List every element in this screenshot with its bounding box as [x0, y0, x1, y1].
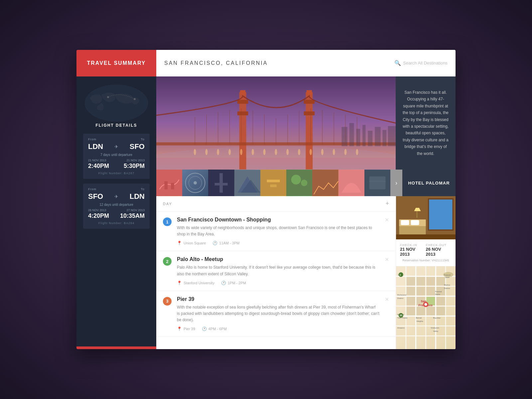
- flight-card-1: From To LDN ✈ SFO 7 days until departure…: [83, 134, 150, 179]
- search-area[interactable]: 🔍 Search All Destinations: [394, 60, 448, 66]
- clock-icon-2: 🕐: [221, 281, 226, 285]
- activity-location-1: 📍 Union Square: [177, 241, 206, 245]
- svg-text:District: District: [435, 293, 440, 295]
- svg-text:Island: Island: [445, 276, 449, 278]
- thumbnail-1[interactable]: [156, 170, 182, 196]
- next-arrow-icon: ›: [395, 180, 397, 187]
- clock-icon-1: 🕐: [212, 241, 217, 245]
- depart-date-2: 26 NOV 2013: [88, 208, 106, 212]
- thumbnail-8[interactable]: [338, 170, 364, 196]
- svg-point-36: [252, 149, 254, 155]
- hotel-label: HOTEL PALOMAR: [408, 181, 450, 186]
- svg-text:Valley: Valley: [433, 330, 438, 332]
- activity-close-2[interactable]: ✕: [385, 256, 389, 285]
- svg-point-43: [333, 149, 335, 155]
- location-icon-3: 📍: [177, 327, 182, 331]
- thumbnails-next-button[interactable]: ›: [390, 170, 402, 196]
- svg-point-35: [240, 149, 242, 155]
- activity-close-3[interactable]: ✕: [385, 296, 389, 332]
- activity-meta-3: 📍 Pier 39 🕐 4PM - 6PM: [177, 327, 379, 331]
- depart-time-1: 2:40PM: [88, 163, 109, 170]
- from-label-1: From: [88, 138, 96, 141]
- thumbnail-3[interactable]: [208, 170, 234, 196]
- svg-rect-100: [407, 277, 415, 286]
- hotel-label-box: HOTEL PALOMAR: [402, 170, 456, 196]
- svg-rect-47: [349, 123, 354, 146]
- svg-rect-114: [436, 307, 445, 316]
- thumbnail-5[interactable]: [260, 170, 286, 196]
- svg-point-45: [356, 149, 358, 155]
- svg-rect-106: [426, 287, 435, 296]
- svg-point-39: [286, 149, 289, 155]
- thumbnail-2[interactable]: [182, 170, 208, 196]
- flight-card-2: From To SFO ✈ LDN 12 days until departur…: [83, 184, 150, 229]
- svg-rect-46: [341, 127, 347, 146]
- svg-rect-9: [237, 100, 248, 104]
- activity-number-1: 1: [163, 217, 172, 226]
- arrive-time-1: 5:30PM: [124, 163, 145, 170]
- svg-rect-56: [171, 183, 174, 190]
- activity-title-2: Palo Alto - Meetup: [177, 256, 379, 262]
- to-label-1: To: [141, 138, 145, 141]
- svg-text:Visitacion: Visitacion: [431, 327, 439, 329]
- svg-rect-111: [407, 307, 415, 316]
- thumbnail-6[interactable]: [286, 170, 312, 196]
- activity-desc-3: With the notable exception of sea lions …: [177, 304, 379, 324]
- depart-date-1: 21 NOV 2013: [88, 159, 106, 162]
- to-code-2: LDN: [130, 192, 145, 201]
- activity-time-2: 🕐 1PM - 2PM: [221, 281, 246, 285]
- svg-rect-48: [356, 129, 360, 146]
- day-label: DAY: [163, 202, 172, 206]
- thumbnails-row: › HOTEL PALOMAR: [156, 170, 456, 196]
- svg-text:Richmond: Richmond: [397, 294, 406, 296]
- itinerary-header: DAY +: [156, 196, 396, 211]
- activity-number-2: 2: [163, 257, 172, 266]
- svg-rect-55: [164, 181, 168, 189]
- svg-text:35: 35: [400, 314, 402, 317]
- time-text-1: 11AM - 3PM: [219, 241, 239, 245]
- time-text-3: 4PM - 6PM: [208, 327, 227, 331]
- svg-point-137: [425, 303, 427, 306]
- arrive-date-2: 27 NOV 2013: [126, 208, 145, 212]
- svg-rect-14: [307, 90, 312, 95]
- location-icon-2: 📍: [177, 281, 182, 285]
- sidebar: TRAVEL SUMMARY FLIGHT DETAILS: [76, 50, 156, 349]
- hotel-map[interactable]: 101 Marina District Richmond District Sa…: [396, 266, 456, 349]
- app-title: TRAVEL SUMMARY: [87, 60, 146, 66]
- activity-content-2: Palo Alto - Meetup Palo Alto is home to …: [177, 256, 379, 285]
- svg-text:District: District: [444, 287, 450, 289]
- svg-rect-108: [407, 297, 415, 306]
- svg-point-59: [194, 181, 197, 185]
- svg-rect-62: [215, 183, 228, 186]
- add-activity-button[interactable]: +: [385, 200, 389, 207]
- svg-rect-101: [417, 277, 425, 286]
- activity-location-2: 📍 Stanford University: [177, 281, 214, 285]
- svg-rect-49: [362, 125, 365, 146]
- svg-point-40: [298, 149, 300, 155]
- thumbnail-4[interactable]: [234, 170, 260, 196]
- right-panel: CHECK-IN 21 NOV 2013 CHECK-OUT 26 NOV 20…: [396, 196, 456, 349]
- main-content: SAN FRANCISCO, CALIFORNIA 🔍 Search All D…: [156, 50, 456, 349]
- svg-text:Twin Peaks: Twin Peaks: [397, 317, 408, 319]
- svg-rect-66: [260, 170, 286, 196]
- svg-text:Financial: Financial: [435, 291, 442, 293]
- svg-point-41: [310, 149, 312, 155]
- svg-text:District: District: [397, 297, 404, 299]
- checkout-date: 26 NOV 2013: [426, 247, 452, 257]
- svg-point-71: [301, 180, 308, 186]
- svg-point-37: [263, 149, 266, 155]
- activity-close-1[interactable]: ✕: [385, 217, 389, 245]
- svg-rect-102: [426, 277, 435, 286]
- arrive-date-1: 21 NOV 2013: [126, 159, 145, 162]
- svg-point-70: [291, 175, 301, 185]
- location-text-2: Stanford University: [184, 281, 214, 285]
- hero-image: [156, 76, 396, 170]
- thumbnail-9[interactable]: [364, 170, 390, 196]
- svg-point-42: [321, 149, 324, 155]
- flight-details-label: FLIGHT DETAILS: [95, 123, 137, 128]
- search-input[interactable]: Search All Destinations: [403, 61, 448, 66]
- thumbnail-7[interactable]: [312, 170, 338, 196]
- svg-point-34: [228, 149, 231, 155]
- sidebar-bottom-bar: [76, 346, 156, 349]
- svg-rect-104: [407, 287, 415, 296]
